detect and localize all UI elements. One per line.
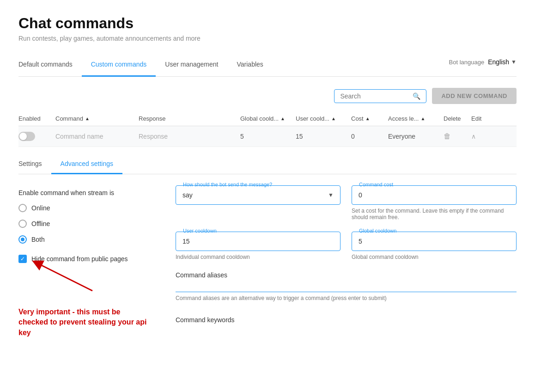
cost-hint: Set a cost for the command. Leave this e…	[352, 208, 517, 220]
aliases-section: Command aliases Command aliases are an a…	[176, 271, 517, 301]
user-cd-hint: Individual command cooldown	[176, 254, 340, 260]
cell-cost: 0	[351, 133, 388, 140]
left-col: Enable command when stream is Online Off…	[18, 185, 157, 338]
radio-online[interactable]: Online	[18, 204, 157, 212]
toggle-knob	[19, 133, 27, 140]
cell-access: Everyone	[388, 133, 444, 140]
hide-command-checkbox[interactable]: ✓	[18, 255, 27, 263]
page-subtitle: Run contests, play games, automate annou…	[18, 35, 517, 42]
col-response: Response	[139, 115, 240, 122]
col-user-cd[interactable]: User coold... ▲	[296, 115, 351, 122]
radio-group: Online Offline Both	[18, 204, 157, 244]
global-cd-hint: Global command cooldown	[352, 254, 517, 260]
col-access[interactable]: Access le... ▲	[388, 115, 444, 122]
delete-icon[interactable]: 🗑	[444, 132, 451, 140]
lang-value: English	[488, 58, 509, 66]
collapse-icon[interactable]: ∧	[471, 133, 476, 140]
tabs-right: Bot language English ▼	[449, 58, 517, 71]
hide-command-label: Hide command from public pages	[31, 255, 128, 263]
send-message-field: How should the bot send the message? say…	[176, 185, 340, 220]
radio-offline[interactable]: Offline	[18, 220, 157, 228]
table-row: Command name Response 5 15 0 Everyone 🗑 …	[18, 126, 517, 147]
radio-circle-online	[18, 204, 27, 212]
cell-toggle[interactable]	[18, 132, 55, 141]
tab-user-management[interactable]: User management	[156, 53, 227, 77]
tab-settings[interactable]: Settings	[18, 154, 51, 174]
stream-section-label: Enable command when stream is	[18, 189, 157, 196]
right-col: How should the bot send the message? say…	[176, 185, 517, 338]
radio-label-offline: Offline	[31, 220, 50, 227]
radio-both[interactable]: Both	[18, 235, 157, 244]
page-header: Chat commands Run contests, play games, …	[18, 15, 517, 42]
aliases-label: Command aliases	[176, 271, 517, 279]
cell-command-name: Command name	[55, 133, 139, 140]
hide-command-checkbox-row[interactable]: ✓ Hide command from public pages	[18, 255, 157, 263]
table-header: Enabled Command ▲ Response Global coold.…	[18, 111, 517, 126]
col-cost[interactable]: Cost ▲	[351, 115, 388, 122]
cell-delete[interactable]: 🗑	[444, 132, 471, 141]
command-cost-input-wrap[interactable]: 0	[352, 185, 517, 205]
command-cost-field: Command cost 0 Set a cost for the comman…	[352, 185, 517, 220]
keywords-label: Command keywords	[176, 316, 517, 324]
page-container: Chat commands Run contests, play games, …	[0, 0, 535, 392]
toggle-switch[interactable]	[18, 132, 35, 141]
sort-arrow-icon: ▲	[420, 116, 425, 121]
form-row-1: How should the bot send the message? say…	[176, 185, 517, 220]
inner-tabs: Settings Advanced settings	[18, 154, 517, 174]
search-icon: 🔍	[413, 92, 420, 100]
form-row-2: User cooldown 15 Individual command cool…	[176, 232, 517, 260]
sort-arrow-icon: ▲	[365, 116, 370, 121]
cell-response: Response	[139, 133, 240, 140]
cell-global-cd: 5	[240, 133, 296, 140]
user-cooldown-field: User cooldown 15 Individual command cool…	[176, 232, 340, 260]
command-cost-value: 0	[359, 191, 362, 199]
send-message-select[interactable]: say ▼	[176, 185, 340, 205]
sort-arrow-icon: ▲	[331, 116, 336, 121]
toolbar: 🔍 ADD NEW COMMAND	[18, 88, 517, 104]
add-new-command-button[interactable]: ADD NEW COMMAND	[432, 88, 517, 104]
aliases-input[interactable]	[176, 282, 517, 290]
page-title: Chat commands	[18, 15, 517, 32]
annotation-arrow	[28, 258, 102, 295]
sort-arrow-icon: ▲	[280, 116, 285, 121]
annotation-area: ✓ Hide command from public pages Very im…	[18, 255, 157, 338]
settings-panel: Enable command when stream is Online Off…	[18, 185, 517, 338]
send-message-value: say	[182, 191, 193, 199]
checkmark-icon: ✓	[20, 256, 25, 262]
radio-label-both: Both	[31, 236, 45, 243]
tab-variables[interactable]: Variables	[227, 53, 272, 77]
col-enabled: Enabled	[18, 115, 55, 122]
tabs-bar: Default commands Custom commands User ma…	[18, 53, 517, 77]
annotation-text: Very important - this must be checked to…	[18, 307, 148, 338]
global-cooldown-value: 5	[359, 238, 362, 245]
aliases-input-wrap[interactable]	[176, 282, 517, 292]
radio-circle-both	[18, 235, 27, 244]
global-cooldown-input-wrap[interactable]: 5	[352, 232, 517, 251]
col-edit: Edit	[471, 115, 499, 122]
user-cooldown-input-wrap[interactable]: 15	[176, 232, 340, 251]
radio-circle-offline	[18, 220, 27, 228]
global-cooldown-field: Global cooldown 5 Global command cooldow…	[352, 232, 517, 260]
radio-dot	[21, 238, 24, 241]
radio-label-online: Online	[31, 204, 50, 212]
cell-user-cd: 15	[296, 133, 351, 140]
search-box[interactable]: 🔍	[334, 89, 426, 103]
sort-arrow-icon: ▲	[85, 116, 90, 121]
tab-advanced-settings[interactable]: Advanced settings	[51, 154, 122, 174]
tab-default-commands[interactable]: Default commands	[18, 53, 82, 77]
tab-custom-commands[interactable]: Custom commands	[82, 53, 156, 77]
chevron-down-icon: ▼	[511, 59, 517, 65]
col-delete: Delete	[444, 115, 471, 122]
cell-expand[interactable]: ∧	[471, 133, 499, 140]
lang-select[interactable]: English ▼	[488, 58, 517, 66]
search-input[interactable]	[340, 92, 409, 100]
chevron-down-icon: ▼	[328, 192, 334, 198]
aliases-hint: Command aliases are an alternative way t…	[176, 295, 517, 301]
col-command[interactable]: Command ▲	[55, 115, 139, 122]
col-global-cd[interactable]: Global coold... ▲	[240, 115, 296, 122]
bot-lang-label: Bot language	[449, 59, 485, 66]
user-cooldown-value: 15	[182, 238, 190, 245]
